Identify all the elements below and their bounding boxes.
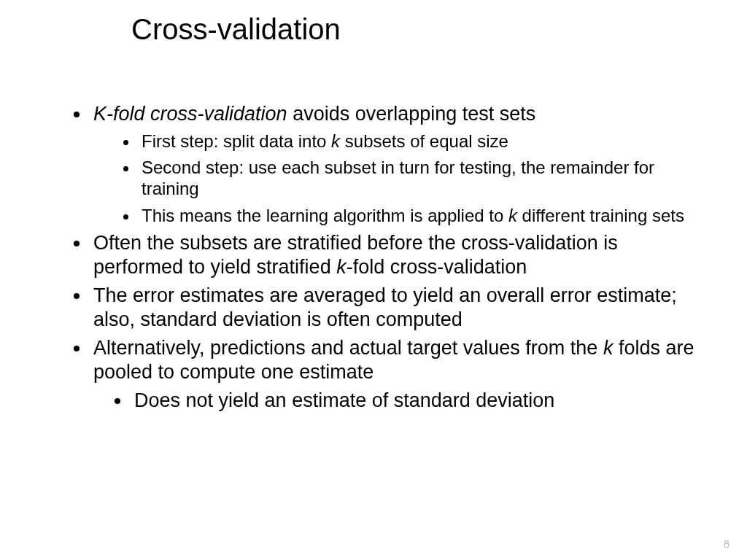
text: The error estimates are averaged to yiel… [93,284,677,330]
variable-k: k [508,206,517,225]
list-item: The error estimates are averaged to yiel… [90,284,696,332]
text: different training sets [517,206,684,225]
text: First step: split data into [142,131,331,151]
variable-k: k [331,131,340,151]
variable-k: k [336,256,347,278]
text: Second step: use each subset in turn for… [142,158,654,198]
list-item: K-fold cross-validation avoids overlappi… [90,102,696,226]
list-item: Often the subsets are stratified before … [90,231,696,279]
slide-title: Cross-validation [131,13,341,46]
sub-bullet-list: Does not yield an estimate of standard d… [93,389,696,413]
text: avoids overlapping test sets [287,103,536,125]
slide: Cross-validation K-fold cross-validation… [0,0,747,560]
list-item: First step: split data into k subsets of… [139,131,696,152]
list-item: This means the learning algorithm is app… [139,205,696,226]
bullet-list: K-fold cross-validation avoids overlappi… [70,102,696,413]
list-item: Does not yield an estimate of standard d… [131,389,696,413]
list-item: Second step: use each subset in turn for… [139,157,696,200]
text: Does not yield an estimate of standard d… [134,389,554,411]
text: This means the learning algorithm is app… [142,206,508,225]
list-item: Alternatively, predictions and actual ta… [90,336,696,413]
emphasis-text: K-fold cross-validation [93,103,287,125]
text: subsets of equal size [340,131,508,151]
text: Alternatively, predictions and actual ta… [93,337,603,359]
text: -fold cross-validation [347,256,527,278]
slide-body: K-fold cross-validation avoids overlappi… [70,102,696,418]
page-number: 8 [724,537,729,550]
variable-k: k [603,337,614,359]
sub-bullet-list: First step: split data into k subsets of… [93,131,696,226]
